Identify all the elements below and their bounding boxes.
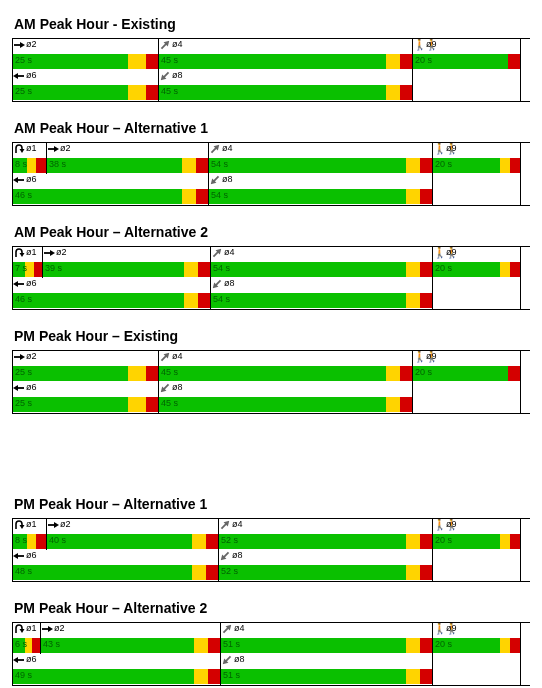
segment-red <box>400 85 412 100</box>
segment-red <box>196 189 208 204</box>
segment-amber <box>406 638 420 653</box>
phase-duration-label: 45 s <box>161 55 178 65</box>
phase-bar <box>433 293 520 308</box>
phase-bar: 25 s <box>13 366 158 381</box>
segment-red <box>510 534 520 549</box>
phase-label: ø8 <box>234 654 245 665</box>
phase-label: ø9 <box>426 351 437 362</box>
phase-duration-label: 20 s <box>435 639 452 649</box>
arrow-w-icon <box>13 278 25 290</box>
phase-bar: 51 s <box>221 638 432 653</box>
segment-amber <box>128 397 146 412</box>
phase-duration-label: 54 s <box>213 294 230 304</box>
svg-marker-45 <box>48 626 53 632</box>
phase-label: ø9 <box>446 143 457 154</box>
ped-icon: 🚶🚶 <box>413 39 425 51</box>
phase-header: ø6 <box>13 382 158 396</box>
phase-duration-label: 38 s <box>49 159 66 169</box>
phase-label: ø6 <box>26 70 37 81</box>
phase-duration-label: 20 s <box>435 159 452 169</box>
svg-marker-43 <box>20 629 25 633</box>
phase-column: ø852 s <box>219 550 433 581</box>
phase-duration-label: 49 s <box>15 670 32 680</box>
phase-label: ø2 <box>56 247 67 258</box>
segment-red <box>34 262 42 277</box>
segment-green <box>159 397 386 412</box>
phase-column <box>413 70 521 101</box>
svg-marker-10 <box>54 146 59 152</box>
segment-red <box>196 158 208 173</box>
phase-column <box>433 654 521 685</box>
segment-green <box>209 189 406 204</box>
segment-green <box>13 189 182 204</box>
arrow-nturn-icon <box>13 519 25 531</box>
phase-column <box>413 382 521 413</box>
phase-bar: 46 s <box>13 189 208 204</box>
phase-bar: 8 s <box>13 534 46 549</box>
segment-green <box>13 669 194 684</box>
phase-header: ø6 <box>13 550 218 564</box>
arrow-w-icon <box>13 550 25 562</box>
segment-red <box>146 54 158 69</box>
segment-red <box>420 262 432 277</box>
phase-header: ø4 <box>159 39 412 53</box>
phase-label: ø9 <box>446 519 457 530</box>
segment-red <box>206 534 218 549</box>
segment-green <box>43 262 184 277</box>
phase-bar: 7 s <box>13 262 42 277</box>
segment-red <box>206 565 218 580</box>
arrow-sw-icon <box>211 278 223 290</box>
phase-header: ø8 <box>159 382 412 396</box>
timing-diagram: ø225 sø445 s🚶🚶ø920 sø625 sø845 s <box>12 350 530 414</box>
ped-icon: 🚶🚶 <box>433 247 445 259</box>
segment-red <box>36 534 46 549</box>
arrow-e-icon <box>47 143 59 155</box>
phase-bar: 54 s <box>209 158 432 173</box>
phase-duration-label: 25 s <box>15 367 32 377</box>
phase-bar: 20 s <box>433 158 520 173</box>
phase-bar: 6 s <box>13 638 40 653</box>
phase-duration-label: 43 s <box>43 639 60 649</box>
arrow-sw-icon <box>219 550 231 562</box>
phase-label: ø8 <box>172 70 183 81</box>
scenario-section: AM Peak Hour – Alternative 1ø18 sø238 sø… <box>12 120 530 206</box>
segment-red <box>146 366 158 381</box>
phase-duration-label: 20 s <box>415 55 432 65</box>
phase-label: ø6 <box>26 550 37 561</box>
phase-header: ø4 <box>211 247 432 261</box>
segment-amber <box>500 638 510 653</box>
phase-label: ø4 <box>172 39 183 50</box>
segment-red <box>400 397 412 412</box>
phase-row: ø646 sø854 s <box>13 174 530 205</box>
segment-green <box>219 565 406 580</box>
arrow-sw-icon <box>221 654 233 666</box>
phase-column: ø18 s <box>13 519 47 550</box>
phase-label: ø9 <box>426 39 437 50</box>
arrow-nturn-icon <box>13 143 25 155</box>
phase-header <box>433 654 520 668</box>
scenario-title: PM Peak Hour – Existing <box>14 328 530 344</box>
segment-amber <box>406 158 420 173</box>
segment-green <box>159 85 386 100</box>
segment-red <box>420 293 432 308</box>
scenario-title: AM Peak Hour – Alternative 1 <box>14 120 530 136</box>
phase-duration-label: 54 s <box>213 263 230 273</box>
phase-header: ø2 <box>13 351 158 365</box>
arrow-sw-icon <box>159 70 171 82</box>
phase-label: ø8 <box>172 382 183 393</box>
segment-red <box>420 189 432 204</box>
phase-header <box>433 550 520 564</box>
phase-label: ø4 <box>224 247 235 258</box>
segment-amber <box>184 293 198 308</box>
phase-row: ø18 sø238 sø454 s🚶🚶ø920 s <box>13 143 530 174</box>
segment-red <box>420 669 432 684</box>
segment-red <box>208 638 220 653</box>
segment-amber <box>406 293 420 308</box>
phase-row: ø225 sø445 s🚶🚶ø920 s <box>13 351 530 382</box>
segment-amber <box>500 262 510 277</box>
phase-bar <box>433 565 520 580</box>
phase-duration-label: 39 s <box>45 263 62 273</box>
phase-column: ø854 s <box>211 278 433 309</box>
phase-column: ø646 s <box>13 278 211 309</box>
phase-label: ø2 <box>60 519 71 530</box>
